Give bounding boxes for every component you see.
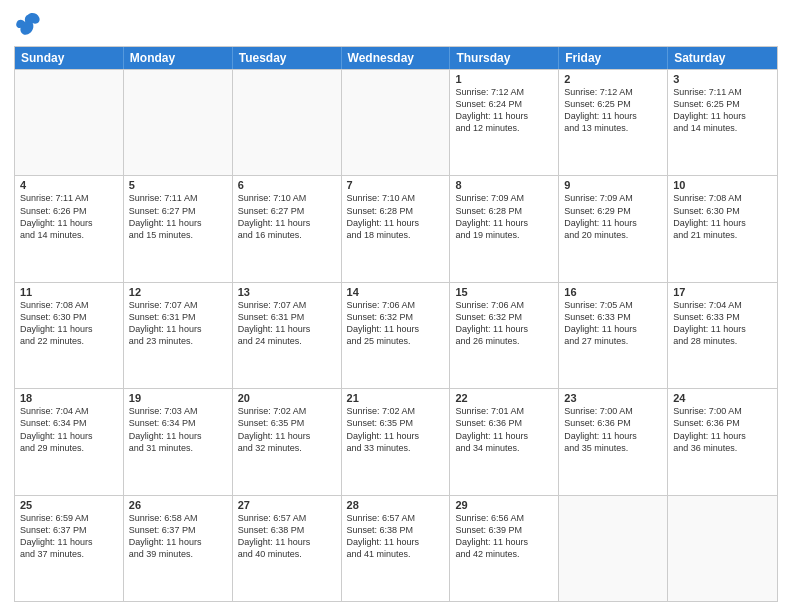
calendar-cell: 29Sunrise: 6:56 AM Sunset: 6:39 PM Dayli… — [450, 496, 559, 601]
day-info: Sunrise: 7:10 AM Sunset: 6:27 PM Dayligh… — [238, 192, 336, 241]
day-info: Sunrise: 7:05 AM Sunset: 6:33 PM Dayligh… — [564, 299, 662, 348]
day-number: 17 — [673, 286, 772, 298]
day-info: Sunrise: 7:01 AM Sunset: 6:36 PM Dayligh… — [455, 405, 553, 454]
day-info: Sunrise: 7:02 AM Sunset: 6:35 PM Dayligh… — [238, 405, 336, 454]
calendar-cell: 16Sunrise: 7:05 AM Sunset: 6:33 PM Dayli… — [559, 283, 668, 388]
calendar-cell: 3Sunrise: 7:11 AM Sunset: 6:25 PM Daylig… — [668, 70, 777, 175]
day-number: 5 — [129, 179, 227, 191]
calendar-header-wednesday: Wednesday — [342, 47, 451, 69]
day-number: 7 — [347, 179, 445, 191]
calendar-cell: 25Sunrise: 6:59 AM Sunset: 6:37 PM Dayli… — [15, 496, 124, 601]
day-number: 6 — [238, 179, 336, 191]
page: SundayMondayTuesdayWednesdayThursdayFrid… — [0, 0, 792, 612]
day-number: 29 — [455, 499, 553, 511]
day-number: 25 — [20, 499, 118, 511]
calendar-cell: 28Sunrise: 6:57 AM Sunset: 6:38 PM Dayli… — [342, 496, 451, 601]
calendar-row-1: 4Sunrise: 7:11 AM Sunset: 6:26 PM Daylig… — [15, 175, 777, 281]
day-number: 11 — [20, 286, 118, 298]
day-info: Sunrise: 7:06 AM Sunset: 6:32 PM Dayligh… — [347, 299, 445, 348]
day-number: 24 — [673, 392, 772, 404]
day-number: 21 — [347, 392, 445, 404]
calendar-cell: 8Sunrise: 7:09 AM Sunset: 6:28 PM Daylig… — [450, 176, 559, 281]
day-info: Sunrise: 7:11 AM Sunset: 6:26 PM Dayligh… — [20, 192, 118, 241]
day-number: 27 — [238, 499, 336, 511]
day-number: 9 — [564, 179, 662, 191]
calendar-cell: 22Sunrise: 7:01 AM Sunset: 6:36 PM Dayli… — [450, 389, 559, 494]
day-info: Sunrise: 7:07 AM Sunset: 6:31 PM Dayligh… — [129, 299, 227, 348]
day-info: Sunrise: 7:08 AM Sunset: 6:30 PM Dayligh… — [673, 192, 772, 241]
calendar-header-monday: Monday — [124, 47, 233, 69]
day-number: 18 — [20, 392, 118, 404]
calendar-cell: 27Sunrise: 6:57 AM Sunset: 6:38 PM Dayli… — [233, 496, 342, 601]
day-info: Sunrise: 6:58 AM Sunset: 6:37 PM Dayligh… — [129, 512, 227, 561]
day-number: 10 — [673, 179, 772, 191]
day-info: Sunrise: 7:00 AM Sunset: 6:36 PM Dayligh… — [673, 405, 772, 454]
day-number: 3 — [673, 73, 772, 85]
day-info: Sunrise: 7:02 AM Sunset: 6:35 PM Dayligh… — [347, 405, 445, 454]
day-info: Sunrise: 7:12 AM Sunset: 6:24 PM Dayligh… — [455, 86, 553, 135]
calendar-cell — [15, 70, 124, 175]
day-info: Sunrise: 7:11 AM Sunset: 6:25 PM Dayligh… — [673, 86, 772, 135]
calendar-header-sunday: Sunday — [15, 47, 124, 69]
day-number: 2 — [564, 73, 662, 85]
calendar-row-3: 18Sunrise: 7:04 AM Sunset: 6:34 PM Dayli… — [15, 388, 777, 494]
calendar-row-4: 25Sunrise: 6:59 AM Sunset: 6:37 PM Dayli… — [15, 495, 777, 601]
header — [14, 10, 778, 38]
calendar-header-friday: Friday — [559, 47, 668, 69]
calendar-header-tuesday: Tuesday — [233, 47, 342, 69]
day-info: Sunrise: 6:57 AM Sunset: 6:38 PM Dayligh… — [238, 512, 336, 561]
calendar-cell: 10Sunrise: 7:08 AM Sunset: 6:30 PM Dayli… — [668, 176, 777, 281]
calendar-cell: 17Sunrise: 7:04 AM Sunset: 6:33 PM Dayli… — [668, 283, 777, 388]
logo — [14, 10, 46, 38]
calendar-cell: 7Sunrise: 7:10 AM Sunset: 6:28 PM Daylig… — [342, 176, 451, 281]
calendar-cell — [668, 496, 777, 601]
calendar-row-2: 11Sunrise: 7:08 AM Sunset: 6:30 PM Dayli… — [15, 282, 777, 388]
calendar-cell: 26Sunrise: 6:58 AM Sunset: 6:37 PM Dayli… — [124, 496, 233, 601]
calendar-cell: 4Sunrise: 7:11 AM Sunset: 6:26 PM Daylig… — [15, 176, 124, 281]
calendar-cell: 14Sunrise: 7:06 AM Sunset: 6:32 PM Dayli… — [342, 283, 451, 388]
calendar-cell: 20Sunrise: 7:02 AM Sunset: 6:35 PM Dayli… — [233, 389, 342, 494]
calendar-cell — [559, 496, 668, 601]
day-info: Sunrise: 7:12 AM Sunset: 6:25 PM Dayligh… — [564, 86, 662, 135]
calendar-header: SundayMondayTuesdayWednesdayThursdayFrid… — [15, 47, 777, 69]
day-info: Sunrise: 6:59 AM Sunset: 6:37 PM Dayligh… — [20, 512, 118, 561]
calendar-header-saturday: Saturday — [668, 47, 777, 69]
day-info: Sunrise: 7:04 AM Sunset: 6:34 PM Dayligh… — [20, 405, 118, 454]
calendar-cell: 24Sunrise: 7:00 AM Sunset: 6:36 PM Dayli… — [668, 389, 777, 494]
calendar-cell: 5Sunrise: 7:11 AM Sunset: 6:27 PM Daylig… — [124, 176, 233, 281]
calendar-cell — [342, 70, 451, 175]
day-info: Sunrise: 7:03 AM Sunset: 6:34 PM Dayligh… — [129, 405, 227, 454]
day-number: 8 — [455, 179, 553, 191]
day-number: 16 — [564, 286, 662, 298]
day-number: 1 — [455, 73, 553, 85]
day-info: Sunrise: 7:08 AM Sunset: 6:30 PM Dayligh… — [20, 299, 118, 348]
day-number: 28 — [347, 499, 445, 511]
day-info: Sunrise: 7:11 AM Sunset: 6:27 PM Dayligh… — [129, 192, 227, 241]
day-number: 15 — [455, 286, 553, 298]
day-number: 20 — [238, 392, 336, 404]
day-number: 12 — [129, 286, 227, 298]
calendar-cell: 1Sunrise: 7:12 AM Sunset: 6:24 PM Daylig… — [450, 70, 559, 175]
calendar-cell: 13Sunrise: 7:07 AM Sunset: 6:31 PM Dayli… — [233, 283, 342, 388]
day-number: 23 — [564, 392, 662, 404]
calendar-cell: 2Sunrise: 7:12 AM Sunset: 6:25 PM Daylig… — [559, 70, 668, 175]
day-number: 14 — [347, 286, 445, 298]
calendar-cell: 11Sunrise: 7:08 AM Sunset: 6:30 PM Dayli… — [15, 283, 124, 388]
calendar-header-thursday: Thursday — [450, 47, 559, 69]
day-info: Sunrise: 7:04 AM Sunset: 6:33 PM Dayligh… — [673, 299, 772, 348]
day-number: 22 — [455, 392, 553, 404]
calendar-cell: 21Sunrise: 7:02 AM Sunset: 6:35 PM Dayli… — [342, 389, 451, 494]
calendar-cell — [124, 70, 233, 175]
calendar-cell: 23Sunrise: 7:00 AM Sunset: 6:36 PM Dayli… — [559, 389, 668, 494]
day-info: Sunrise: 7:10 AM Sunset: 6:28 PM Dayligh… — [347, 192, 445, 241]
day-info: Sunrise: 7:09 AM Sunset: 6:28 PM Dayligh… — [455, 192, 553, 241]
calendar-cell: 15Sunrise: 7:06 AM Sunset: 6:32 PM Dayli… — [450, 283, 559, 388]
calendar-row-0: 1Sunrise: 7:12 AM Sunset: 6:24 PM Daylig… — [15, 69, 777, 175]
calendar-cell — [233, 70, 342, 175]
calendar-cell: 18Sunrise: 7:04 AM Sunset: 6:34 PM Dayli… — [15, 389, 124, 494]
calendar-cell: 19Sunrise: 7:03 AM Sunset: 6:34 PM Dayli… — [124, 389, 233, 494]
day-info: Sunrise: 7:07 AM Sunset: 6:31 PM Dayligh… — [238, 299, 336, 348]
calendar-cell: 6Sunrise: 7:10 AM Sunset: 6:27 PM Daylig… — [233, 176, 342, 281]
day-info: Sunrise: 6:56 AM Sunset: 6:39 PM Dayligh… — [455, 512, 553, 561]
calendar-body: 1Sunrise: 7:12 AM Sunset: 6:24 PM Daylig… — [15, 69, 777, 601]
